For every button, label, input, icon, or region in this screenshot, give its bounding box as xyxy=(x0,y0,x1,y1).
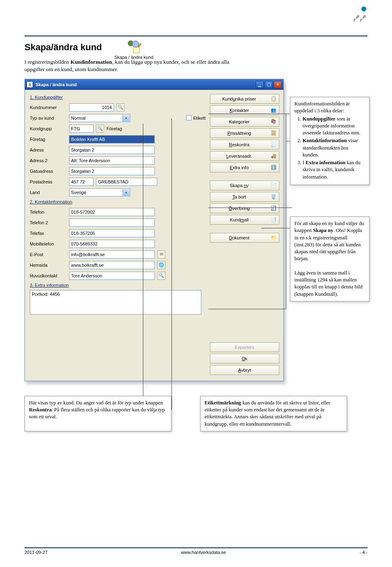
leader-1b xyxy=(208,208,292,208)
svg-rect-3 xyxy=(133,47,140,53)
maximize-button[interactable]: ▢ xyxy=(265,81,273,88)
transfer-icon: 🔄 xyxy=(268,205,279,211)
sidebtn-dokument[interactable]: Dokument📁 xyxy=(210,233,279,243)
sidebtn-ta-bort[interactable]: Ta bort🗑️ xyxy=(210,192,279,202)
sidebtn-overforing[interactable]: Överföring🔄 xyxy=(210,203,279,213)
ledger-icon: 🧾 xyxy=(268,142,279,147)
label-hemsida: Hemsida xyxy=(30,263,69,268)
footer-rule xyxy=(24,547,368,548)
section1-header: 1. Kunduppgifter xyxy=(30,95,206,100)
sidebtn-reskontra[interactable]: Reskontra🧾 xyxy=(210,140,279,150)
field-gatuadress[interactable]: Storgatan 2 xyxy=(69,167,155,175)
intro-paragraph: I registreringsbilden Kundinformation, k… xyxy=(24,58,237,73)
label-kundnummer: Kundnummer xyxy=(30,105,69,110)
field-mobil[interactable]: 070-5689332 xyxy=(69,240,155,248)
document-icon: 📁 xyxy=(268,235,279,240)
field-adress[interactable]: Storgatan 2 xyxy=(69,146,155,154)
label-postadress: Postadress xyxy=(30,179,69,184)
field-postnr[interactable]: 457 72 xyxy=(69,178,94,186)
section3-header: 3. Extra information xyxy=(30,283,206,288)
new-icon: 📄 xyxy=(268,183,279,188)
close-button[interactable]: ✕ xyxy=(274,81,282,88)
label-gatuadress: Gatuadress xyxy=(30,169,69,174)
kundgrupp-text: Företag xyxy=(107,126,122,131)
svg-point-2 xyxy=(132,41,139,47)
callout-skapa-ny: För att skapa en ny kund väljer du knapp… xyxy=(290,217,370,301)
label-telefax: Telefax xyxy=(30,231,69,236)
sidebtn-kundmall[interactable]: Kundmall📑 xyxy=(210,215,279,225)
leader-1c xyxy=(208,309,286,309)
leader-3 xyxy=(143,124,143,410)
field-kundnummer[interactable]: 1014 xyxy=(69,103,114,112)
field-postort[interactable]: GREBBESTAD xyxy=(96,178,157,186)
label-telefon2: Telefon 2 xyxy=(30,220,69,225)
footer-date: 2011-09-27 xyxy=(24,550,47,555)
field-telefax[interactable]: 018-357205 xyxy=(69,229,155,237)
sidebtn-exportera: Exportera xyxy=(210,342,279,352)
categories-icon: 📚 xyxy=(268,119,279,124)
label-kundgrupp: Kundgrupp xyxy=(30,126,69,131)
checkbox-etikett[interactable] xyxy=(186,115,192,121)
delivery-icon: 🚚 xyxy=(268,153,279,158)
label-adress: Adress xyxy=(30,147,69,152)
label-land: Land xyxy=(30,190,69,195)
field-epost[interactable]: info@bolkrafft.se xyxy=(69,250,155,259)
pricing-icon: 🧮 xyxy=(268,130,279,136)
leader-4 xyxy=(172,118,172,410)
section2-header: 2. Kontaktinformation xyxy=(30,199,206,204)
callout-sections: Kundinformationsbilden är uppdelad i 3 o… xyxy=(290,97,370,185)
field-foretag[interactable]: Boliden Krafft AB xyxy=(69,135,155,143)
field-typavkund[interactable]: Normal▾ xyxy=(69,114,130,122)
footer-page: - 4 - xyxy=(359,550,368,555)
icon-caption: Skapa / ändra kund xyxy=(114,55,153,60)
sidebtn-kundunika-priser[interactable]: Kundunika priser📋 xyxy=(210,94,279,104)
label-adress2: Adress 2 xyxy=(30,158,69,163)
sidebtn-skapa-ny[interactable]: Skapa ny📄 xyxy=(210,181,279,190)
price-icon: 📋 xyxy=(268,96,279,101)
lookup-kundnummer[interactable]: 🔍 xyxy=(116,103,125,112)
form-panel: 1. Kunduppgifter Kundnummer 1014 🔍 Typ a… xyxy=(25,90,208,381)
footer-url: www.hantverksdata.se xyxy=(181,550,226,555)
sidebtn-prissattning[interactable]: Prissättning🧮 xyxy=(210,128,279,138)
field-kundgrupp-code[interactable]: FTG xyxy=(69,125,94,133)
field-hemsida[interactable]: www.bolkrafft.se xyxy=(69,261,155,269)
sidebtn-extra-info[interactable]: Extra infoℹ️ xyxy=(210,163,279,172)
field-extra[interactable]: Portkod: 4456 xyxy=(30,290,201,315)
sidebar: Kundunika priser📋 Kontakter👥 Kategorier📚… xyxy=(208,90,283,381)
label-huvudkontakt: Huvudkontakt xyxy=(30,273,69,278)
page-title: Skapa/ändra kund xyxy=(24,42,368,53)
top-rule xyxy=(24,36,368,36)
field-land[interactable]: Sverige▾ xyxy=(69,188,130,196)
sidebtn-ok[interactable]: Ok xyxy=(210,354,279,364)
titlebar: s Skapa / ändra kund ▁ ▢ ✕ xyxy=(25,79,283,90)
field-telefon2[interactable] xyxy=(69,219,155,227)
delete-icon: 🗑️ xyxy=(268,194,279,199)
web-action[interactable]: 🌐 xyxy=(157,261,165,269)
email-action[interactable]: ✉ xyxy=(157,250,165,259)
window-title: Skapa / ändra kund xyxy=(36,82,77,87)
app-icon: s xyxy=(27,81,33,88)
label-epost: E-Post xyxy=(30,252,69,257)
field-telefon[interactable]: 018-572002 xyxy=(69,208,155,216)
label-etikett: Etikett xyxy=(193,116,206,121)
logo xyxy=(354,7,368,26)
sidebtn-kategorier[interactable]: Kategorier📚 xyxy=(210,117,279,127)
lookup-kundgrupp[interactable]: 🔍 xyxy=(96,125,104,133)
label-mobil: Mobiltelefon xyxy=(30,241,69,246)
lookup-huvudkontakt[interactable]: 🔍 xyxy=(157,272,165,280)
field-huvudkontakt[interactable]: Tore Andersson xyxy=(69,272,155,280)
callout-typ-av-kund: Här visas typ av kund. Du anger vad det … xyxy=(24,396,172,431)
screenshot-window: s Skapa / ändra kund ▁ ▢ ✕ 1. Kunduppgif… xyxy=(24,79,284,381)
sidebtn-leveransadr[interactable]: Leveransadr.🚚 xyxy=(210,151,279,161)
info-icon: ℹ️ xyxy=(268,165,279,170)
label-foretag: Företag xyxy=(30,137,69,142)
callout-etikettmarkning: Etikettmärkning kan du använda för att s… xyxy=(200,396,347,431)
minimize-button[interactable]: ▁ xyxy=(256,81,264,88)
leader-1v xyxy=(286,114,286,309)
skapa-andra-kund-icon: Skapa / ändra kund xyxy=(114,39,153,60)
template-icon: 📑 xyxy=(268,217,279,222)
field-adress2[interactable]: Att: Tore Andersson xyxy=(69,156,155,165)
footer: 2011-09-27 www.hantverksdata.se - 4 - xyxy=(24,547,368,555)
sidebtn-avbryt[interactable]: Avbryt xyxy=(210,365,279,375)
leader-2 xyxy=(261,228,292,228)
